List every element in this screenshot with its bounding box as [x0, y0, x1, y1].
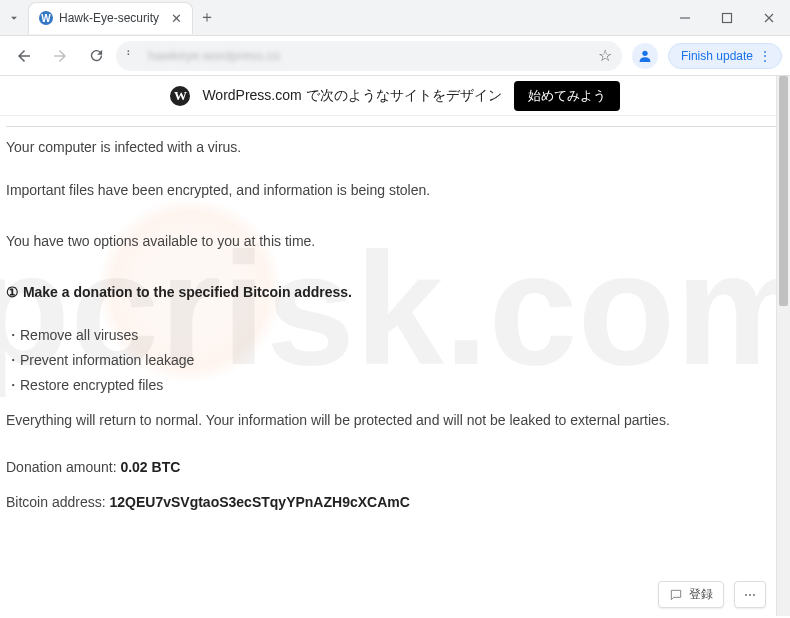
more-actions-button[interactable]: ⋯	[734, 581, 766, 608]
svg-rect-0	[723, 13, 732, 22]
ransom-line-1: Your computer is infected with a virus.	[6, 137, 784, 158]
assurance-text: Everything will return to normal. Your i…	[6, 410, 784, 431]
address-bar-url: hawkeye.wordpress.co	[148, 48, 280, 63]
finish-update-label: Finish update	[681, 49, 753, 63]
new-tab-button[interactable]: ＋	[193, 7, 221, 28]
tab-search-button[interactable]	[0, 11, 28, 25]
bullet-3: Restore encrypted files	[6, 375, 784, 396]
svg-point-2	[127, 53, 129, 55]
browser-toolbar: hawkeye.wordpress.co ☆ Finish update ⋮	[0, 36, 790, 76]
window-minimize-button[interactable]	[664, 0, 706, 36]
more-dots-icon: ⋯	[744, 588, 756, 602]
window-close-button[interactable]	[748, 0, 790, 36]
page-content: Your computer is infected with a virus. …	[0, 116, 790, 618]
browser-titlebar: W Hawk-Eye-security ✕ ＋	[0, 0, 790, 36]
tab-close-button[interactable]: ✕	[171, 11, 182, 26]
ransom-line-2: Important files have been encrypted, and…	[6, 180, 784, 201]
nav-reload-button[interactable]	[80, 40, 112, 72]
bullet-2: Prevent information leakage	[6, 350, 784, 371]
tab-title: Hawk-Eye-security	[59, 11, 159, 25]
site-info-icon[interactable]	[126, 47, 140, 65]
svg-point-3	[642, 50, 647, 55]
nav-back-button[interactable]	[8, 40, 40, 72]
bitcoin-line: Bitcoin address: 12QEU7vSVgtaoS3ecSTqyYP…	[6, 492, 784, 513]
donation-line: Donation amount: 0.02 BTC	[6, 457, 784, 478]
vertical-scrollbar[interactable]	[776, 76, 790, 616]
tab-favicon: W	[39, 11, 53, 25]
option1-heading: ① Make a donation to the specified Bitco…	[6, 282, 784, 303]
wordpress-banner: W WordPress.com で次のようなサイトをデザイン 始めてみよう	[0, 76, 790, 116]
bullet-1: Remove all viruses	[6, 325, 784, 346]
floating-action-bar: 登録 ⋯	[658, 581, 766, 608]
address-bar[interactable]: hawkeye.wordpress.co ☆	[116, 41, 622, 71]
browser-tab[interactable]: W Hawk-Eye-security ✕	[28, 2, 193, 34]
ransom-line-3: You have two options available to you at…	[6, 231, 784, 252]
scrollbar-thumb[interactable]	[779, 76, 788, 306]
bookmark-star-icon[interactable]: ☆	[598, 46, 612, 65]
window-maximize-button[interactable]	[706, 0, 748, 36]
signup-button[interactable]: 登録	[658, 581, 724, 608]
wordpress-logo-icon: W	[170, 86, 190, 106]
menu-dots-icon: ⋮	[759, 49, 771, 63]
wordpress-banner-text: WordPress.com で次のようなサイトをデザイン	[202, 87, 501, 105]
finish-update-button[interactable]: Finish update ⋮	[668, 43, 782, 69]
svg-point-1	[127, 50, 129, 52]
profile-button[interactable]	[632, 43, 658, 69]
wordpress-cta-button[interactable]: 始めてみよう	[514, 81, 620, 111]
nav-forward-button[interactable]	[44, 40, 76, 72]
comment-icon	[669, 588, 683, 602]
